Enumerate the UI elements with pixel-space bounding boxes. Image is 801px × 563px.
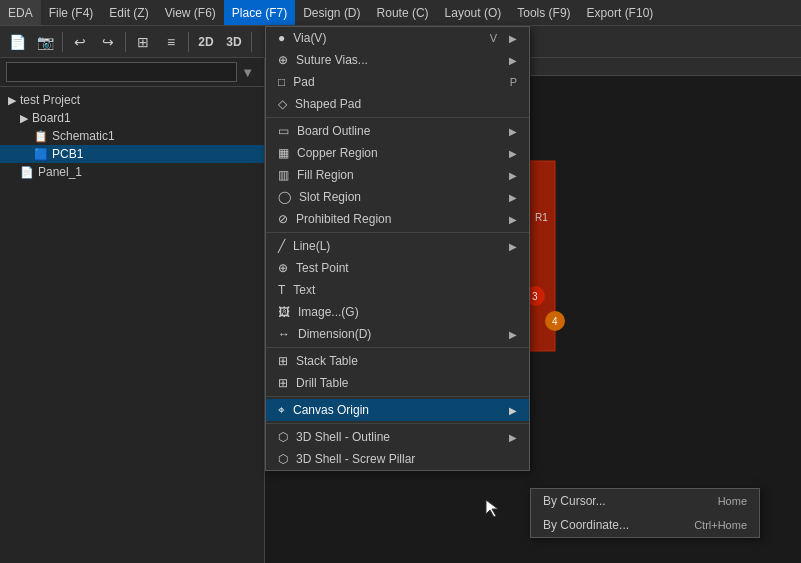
- menu-design[interactable]: Design (D): [295, 0, 368, 25]
- drill-table-label: Drill Table: [296, 376, 348, 390]
- menu-eda[interactable]: EDA: [0, 0, 41, 25]
- submenu-by-coordinate[interactable]: By Coordinate... Ctrl+Home: [531, 513, 759, 537]
- menu-export[interactable]: Export (F10): [579, 0, 662, 25]
- via-icon: ●: [278, 31, 285, 45]
- 2d-button[interactable]: 2D: [193, 29, 219, 55]
- 3d-outline-label: 3D Shell - Outline: [296, 430, 390, 444]
- slot-region-icon: ◯: [278, 190, 291, 204]
- menu-tools[interactable]: Tools (F9): [509, 0, 578, 25]
- test-point-label: Test Point: [296, 261, 349, 275]
- menu-layout[interactable]: Layout (O): [437, 0, 510, 25]
- dimension-icon: ↔: [278, 327, 290, 341]
- menu-copper-region[interactable]: ▦ Copper Region ▶: [266, 142, 529, 164]
- menu-stack-table[interactable]: ⊞ Stack Table: [266, 350, 529, 372]
- sep-4: [266, 396, 529, 397]
- board1-label: Board1: [32, 111, 71, 125]
- menu-file[interactable]: File (F4): [41, 0, 102, 25]
- menu-image[interactable]: 🖼 Image...(G): [266, 301, 529, 323]
- tree-item-project[interactable]: ▶ test Project: [0, 91, 264, 109]
- badge-3-text: 3: [532, 291, 538, 302]
- line-icon: ╱: [278, 239, 285, 253]
- toolbar-sep-2: [125, 32, 126, 52]
- menu-view[interactable]: View (F6): [157, 0, 224, 25]
- 3d-outline-icon: ⬡: [278, 430, 288, 444]
- submenu-by-cursor[interactable]: By Cursor... Home: [531, 489, 759, 513]
- toolbar-sep-4: [251, 32, 252, 52]
- tree-item-pcb1[interactable]: 🟦 PCB1: [0, 145, 264, 163]
- menu-shaped-pad[interactable]: ◇ Shaped Pad: [266, 93, 529, 115]
- toolbar-sep-1: [62, 32, 63, 52]
- menu-drill-table[interactable]: ⊞ Drill Table: [266, 372, 529, 394]
- canvas-origin-label: Canvas Origin: [293, 403, 369, 417]
- image-icon: 🖼: [278, 305, 290, 319]
- grid-button[interactable]: ⊞: [130, 29, 156, 55]
- pad-label: Pad: [293, 75, 314, 89]
- board1-icon: ▶: [20, 112, 28, 125]
- stack-table-label: Stack Table: [296, 354, 358, 368]
- menu-text[interactable]: T Text: [266, 279, 529, 301]
- image-label: Image...(G): [298, 305, 359, 319]
- suture-icon: ⊕: [278, 53, 288, 67]
- search-arrow[interactable]: ▼: [237, 65, 258, 80]
- layers-button[interactable]: ≡: [158, 29, 184, 55]
- tree-item-board1[interactable]: ▶ Board1: [0, 109, 264, 127]
- prohibited-region-chevron: ▶: [509, 214, 517, 225]
- 3d-screw-icon: ⬡: [278, 452, 288, 466]
- line-chevron: ▶: [509, 241, 517, 252]
- line-label: Line(L): [293, 239, 330, 253]
- undo-button[interactable]: ↩: [67, 29, 93, 55]
- via-label: Via(V): [293, 31, 326, 45]
- by-cursor-label: By Cursor...: [543, 494, 606, 508]
- search-input[interactable]: [6, 62, 237, 82]
- dimension-chevron: ▶: [509, 329, 517, 340]
- canvas-origin-submenu: By Cursor... Home By Coordinate... Ctrl+…: [530, 488, 760, 538]
- 3d-button[interactable]: 3D: [221, 29, 247, 55]
- menu-3d-screw[interactable]: ⬡ 3D Shell - Screw Pillar: [266, 448, 529, 470]
- menu-prohibited-region[interactable]: ⊘ Prohibited Region ▶: [266, 208, 529, 230]
- search-box: ▼: [0, 58, 264, 87]
- slot-region-chevron: ▶: [509, 192, 517, 203]
- 3d-screw-label: 3D Shell - Screw Pillar: [296, 452, 415, 466]
- menu-canvas-origin[interactable]: ⌖ Canvas Origin ▶: [266, 399, 529, 421]
- pad-key: P: [510, 76, 517, 88]
- menu-slot-region[interactable]: ◯ Slot Region ▶: [266, 186, 529, 208]
- board-outline-icon: ▭: [278, 124, 289, 138]
- menu-board-outline[interactable]: ▭ Board Outline ▶: [266, 120, 529, 142]
- tree-item-panel1[interactable]: 📄 Panel_1: [0, 163, 264, 181]
- copper-region-chevron: ▶: [509, 148, 517, 159]
- menu-fill-region[interactable]: ▥ Fill Region ▶: [266, 164, 529, 186]
- canvas-origin-chevron: ▶: [509, 405, 517, 416]
- project-tree: ▶ test Project ▶ Board1 📋 Schematic1 🟦 P…: [0, 87, 264, 185]
- slot-region-label: Slot Region: [299, 190, 361, 204]
- badge-4-text: 4: [552, 316, 558, 327]
- drill-table-icon: ⊞: [278, 376, 288, 390]
- text-icon: T: [278, 283, 285, 297]
- menu-pad[interactable]: □ Pad P: [266, 71, 529, 93]
- menu-dimension[interactable]: ↔ Dimension(D) ▶: [266, 323, 529, 345]
- redo-button[interactable]: ↪: [95, 29, 121, 55]
- menu-test-point[interactable]: ⊕ Test Point: [266, 257, 529, 279]
- menu-edit[interactable]: Edit (Z): [101, 0, 156, 25]
- stack-table-icon: ⊞: [278, 354, 288, 368]
- tree-item-schematic1[interactable]: 📋 Schematic1: [0, 127, 264, 145]
- panel1-label: Panel_1: [38, 165, 82, 179]
- fill-region-chevron: ▶: [509, 170, 517, 181]
- suture-label: Suture Vias...: [296, 53, 368, 67]
- 3d-outline-chevron: ▶: [509, 432, 517, 443]
- open-button[interactable]: 📷: [32, 29, 58, 55]
- menu-line[interactable]: ╱ Line(L) ▶: [266, 235, 529, 257]
- new-button[interactable]: 📄: [4, 29, 30, 55]
- via-chevron: ▶: [509, 33, 517, 44]
- menu-place[interactable]: Place (F7): [224, 0, 295, 25]
- menu-3d-outline[interactable]: ⬡ 3D Shell - Outline ▶: [266, 426, 529, 448]
- menu-route[interactable]: Route (C): [369, 0, 437, 25]
- by-cursor-key: Home: [718, 495, 747, 507]
- fill-region-label: Fill Region: [297, 168, 354, 182]
- project-icon: ▶: [8, 94, 16, 107]
- text-label: Text: [293, 283, 315, 297]
- menu-via[interactable]: ● Via(V) V ▶: [266, 27, 529, 49]
- shaped-pad-label: Shaped Pad: [295, 97, 361, 111]
- menu-suture-vias[interactable]: ⊕ Suture Vias... ▶: [266, 49, 529, 71]
- pcb1-label: PCB1: [52, 147, 83, 161]
- sep-5: [266, 423, 529, 424]
